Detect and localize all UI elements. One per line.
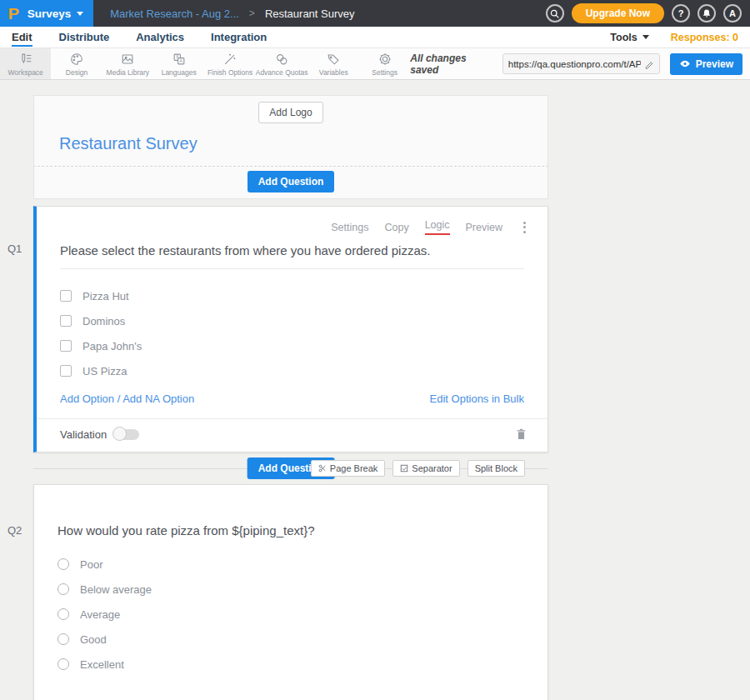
toolbar-item-variables[interactable]: Variables <box>308 48 359 79</box>
add-question-button[interactable]: Add Question <box>248 171 335 192</box>
radio-icon[interactable] <box>58 633 69 645</box>
save-status: All changes saved <box>410 52 492 76</box>
avatar[interactable]: A <box>723 4 742 22</box>
app-window: P Surveys Market Research - Aug 2... > R… <box>0 0 750 700</box>
checkbox-icon[interactable] <box>60 340 72 352</box>
search-button[interactable] <box>546 4 564 22</box>
checkbox-option[interactable]: Papa John's <box>60 333 524 358</box>
option-label[interactable]: Average <box>80 608 120 621</box>
tools-label: Tools <box>610 32 637 43</box>
toolbar-item-label: Variables <box>319 68 348 77</box>
breadcrumb-parent-link[interactable]: Market Research - Aug 2... <box>110 8 239 20</box>
question-settings-link[interactable]: Settings <box>331 222 368 233</box>
radio-option[interactable]: Average <box>58 602 524 627</box>
add-logo-button[interactable]: Add Logo <box>258 102 322 123</box>
question-copy-link[interactable]: Copy <box>384 222 408 233</box>
surveys-menu[interactable]: P Surveys <box>0 0 93 27</box>
image-icon <box>120 52 135 67</box>
checkbox-icon[interactable] <box>60 365 72 377</box>
toolbar-item-media-library[interactable]: Media Library <box>102 48 153 79</box>
delete-question-button[interactable] <box>515 428 528 441</box>
tab-edit[interactable]: Edit <box>12 28 32 47</box>
split-block-label: Split Block <box>475 463 518 473</box>
survey-editor-canvas: Add Logo Restaurant Survey Add Question … <box>0 80 750 700</box>
survey-header-card: Add Logo Restaurant Survey <box>33 95 548 167</box>
validation-toggle[interactable] <box>115 429 139 440</box>
option-label[interactable]: Excellent <box>80 658 124 671</box>
split-block-button[interactable]: Split Block <box>468 460 525 477</box>
block-divider: Add Question Page Break <box>34 697 548 700</box>
question-card-q2[interactable]: How would you rate pizza from ${piping_t… <box>33 484 548 700</box>
tab-distribute[interactable]: Distribute <box>59 28 110 47</box>
breadcrumb-separator: > <box>249 8 255 19</box>
checkbox-icon[interactable] <box>60 315 72 327</box>
option-label[interactable]: Pizza Hut <box>82 290 129 302</box>
toolbar-item-label: Workspace <box>8 68 42 77</box>
radio-icon[interactable] <box>58 583 69 595</box>
questionpro-logo-icon[interactable]: P <box>8 6 19 22</box>
question-text-q2[interactable]: How would you rate pizza from ${piping_t… <box>58 523 524 538</box>
tools-menu[interactable]: Tools <box>610 32 648 43</box>
checkbox-icon[interactable] <box>60 290 72 302</box>
survey-url-input[interactable] <box>508 59 641 69</box>
top-bar: P Surveys Market Research - Aug 2... > R… <box>0 0 750 27</box>
toolbar-item-finish-options[interactable]: Finish Options <box>204 48 255 79</box>
separator-icon <box>400 464 408 472</box>
surveys-menu-label: Surveys <box>28 8 72 20</box>
option-label[interactable]: Good <box>80 633 107 646</box>
radio-option[interactable]: Good <box>58 627 524 652</box>
upgrade-now-button[interactable]: Upgrade Now <box>572 3 664 23</box>
radio-icon[interactable] <box>58 608 69 620</box>
tab-integration[interactable]: Integration <box>211 28 267 47</box>
notifications-button[interactable] <box>698 4 716 22</box>
question-text-q1[interactable]: Please select the restaurants from where… <box>60 243 524 269</box>
question-logic-link[interactable]: Logic <box>425 219 450 235</box>
radio-option[interactable]: Excellent <box>58 652 524 677</box>
pencil-icon[interactable] <box>644 59 654 69</box>
survey-url-box[interactable] <box>502 53 660 74</box>
option-label[interactable]: Papa John's <box>82 340 142 352</box>
preview-button[interactable]: Preview <box>670 53 742 75</box>
radio-option[interactable]: Poor <box>58 552 524 577</box>
magic-wand-icon <box>222 52 238 67</box>
edit-options-in-bulk-link[interactable]: Edit Options in Bulk <box>430 392 524 405</box>
breadcrumb: Market Research - Aug 2... > Restaurant … <box>110 8 354 20</box>
radio-icon[interactable] <box>58 558 69 570</box>
tab-analytics[interactable]: Analytics <box>136 28 184 47</box>
survey-title[interactable]: Restaurant Survey <box>59 134 548 153</box>
editor-toolbar: Workspace Design Media Library X A Langu <box>0 48 750 80</box>
question-preview-link[interactable]: Preview <box>466 222 502 233</box>
responses-count[interactable]: Responses: 0 <box>671 32 738 43</box>
page-break-button[interactable]: Page Break <box>311 460 385 477</box>
separator-button[interactable]: Separator <box>392 460 459 477</box>
link-separator: / <box>118 392 121 405</box>
help-button[interactable]: ? <box>672 4 690 22</box>
add-option-link[interactable]: Add Option <box>60 392 114 405</box>
toolbar-item-label: Advance Quotas <box>256 68 308 77</box>
radio-option[interactable]: Below average <box>58 577 524 602</box>
radio-icon[interactable] <box>58 658 69 670</box>
toolbar-item-advance-quotas[interactable]: Advance Quotas <box>256 48 308 79</box>
toolbar-item-languages[interactable]: X A Languages <box>153 48 204 79</box>
toolbar-item-settings[interactable]: Settings <box>359 48 410 79</box>
add-na-option-link[interactable]: Add NA Option <box>122 392 194 405</box>
checkbox-option[interactable]: US Pizza <box>60 358 524 383</box>
toolbar-item-design[interactable]: Design <box>51 48 102 79</box>
page-break-label: Page Break <box>330 463 378 473</box>
question-card-q1[interactable]: Settings Copy Logic Preview Please selec… <box>33 206 548 452</box>
option-label[interactable]: US Pizza <box>82 365 127 378</box>
breadcrumb-current: Restaurant Survey <box>265 8 355 20</box>
toolbar-item-label: Settings <box>372 68 398 77</box>
toolbar-item-workspace[interactable]: Workspace <box>0 48 51 79</box>
main-nav: Edit Distribute Analytics Integration To… <box>0 27 750 48</box>
gear-icon <box>378 52 392 67</box>
option-label[interactable]: Below average <box>80 583 152 596</box>
option-label[interactable]: Dominos <box>82 315 125 328</box>
scissors-icon <box>318 464 327 472</box>
checkbox-option[interactable]: Dominos <box>60 308 524 333</box>
kebab-menu-icon[interactable] <box>520 220 529 235</box>
option-label[interactable]: Poor <box>80 558 102 571</box>
workspace-icon <box>18 52 33 67</box>
checkbox-option[interactable]: Pizza Hut <box>60 283 524 308</box>
toolbar-item-label: Finish Options <box>208 68 252 77</box>
